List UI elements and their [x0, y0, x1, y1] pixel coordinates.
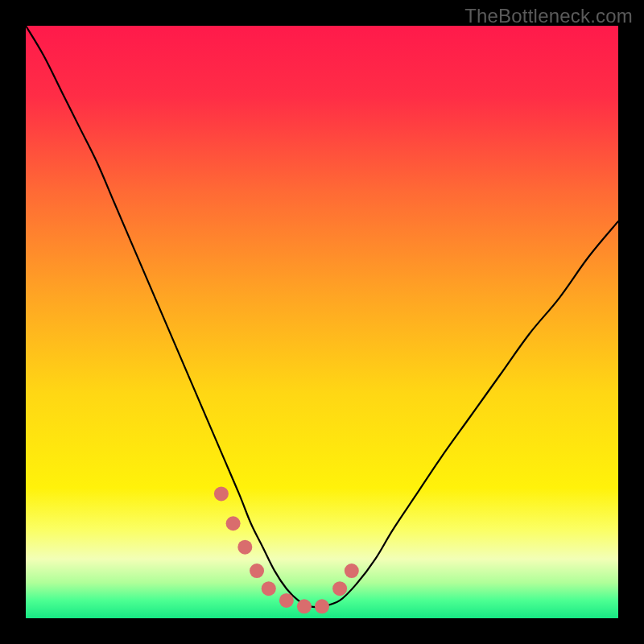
curve-marker [345, 564, 359, 578]
curve-marker [315, 599, 329, 613]
curve-marker [250, 564, 264, 578]
watermark-text: TheBottleneck.com [464, 5, 633, 27]
curve-marker [262, 581, 276, 596]
plot-area [26, 26, 618, 618]
curve-marker [214, 486, 229, 501]
chart-frame: TheBottleneck.com [0, 0, 644, 644]
curve-marker [297, 599, 312, 613]
curve-marker [237, 540, 252, 555]
curve-path [26, 26, 618, 607]
curve-marker [226, 516, 241, 530]
bottleneck-curve [26, 26, 618, 618]
curve-marker [332, 581, 347, 596]
curve-marker [279, 593, 294, 608]
